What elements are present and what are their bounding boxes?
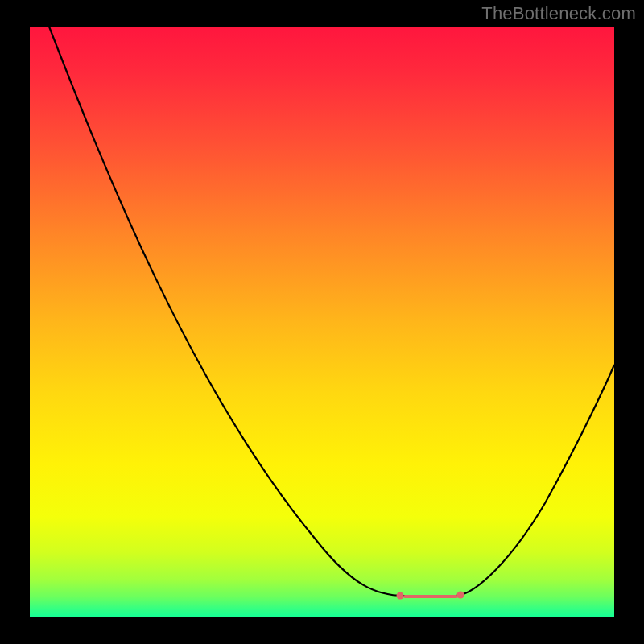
range-marker-dot [397,592,404,600]
chart-svg [30,27,614,617]
watermark-text: TheBottleneck.com [481,3,636,24]
range-marker-dot [457,592,464,599]
chart-frame: TheBottleneck.com [0,0,644,644]
plot-area [30,27,614,617]
gradient-rect [30,27,614,617]
